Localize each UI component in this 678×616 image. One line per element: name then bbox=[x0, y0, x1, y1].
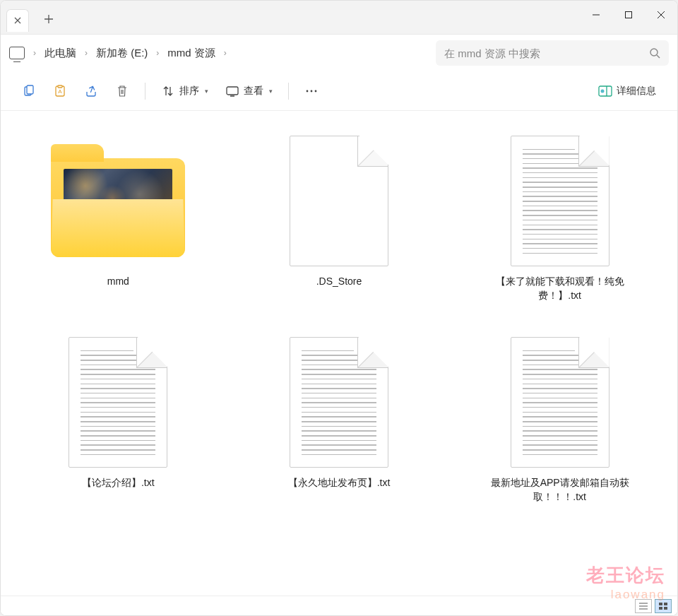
breadcrumb-item[interactable]: 新加卷 (E:) bbox=[90, 42, 153, 64]
close-tab-button[interactable] bbox=[6, 9, 29, 32]
item-label: 最新地址及APP请发邮箱自动获取！！！.txt bbox=[475, 476, 645, 504]
copy-icon bbox=[22, 84, 36, 98]
file-icon bbox=[290, 136, 388, 266]
new-tab-button[interactable] bbox=[35, 5, 63, 33]
sort-icon bbox=[161, 84, 175, 98]
svg-rect-15 bbox=[659, 607, 662, 610]
details-icon bbox=[598, 84, 612, 98]
item-label: 【来了就能下载和观看！纯免费！】.txt bbox=[475, 275, 645, 302]
svg-point-1 bbox=[650, 49, 658, 56]
more-button[interactable] bbox=[297, 78, 326, 104]
trash-icon bbox=[115, 84, 129, 98]
item-label: mmd bbox=[107, 275, 129, 289]
icons-view-toggle[interactable] bbox=[655, 599, 672, 613]
chevron-icon[interactable]: › bbox=[82, 48, 90, 58]
folder-icon bbox=[51, 144, 185, 257]
sort-label: 排序 bbox=[179, 85, 199, 97]
copy-button[interactable] bbox=[15, 78, 43, 104]
item-label: 【论坛介绍】.txt bbox=[82, 476, 155, 490]
folder-item[interactable]: mmd bbox=[15, 128, 222, 308]
close-window-button[interactable] bbox=[645, 1, 677, 29]
view-label: 查看 bbox=[244, 85, 263, 97]
svg-point-12 bbox=[601, 89, 605, 93]
svg-point-9 bbox=[311, 90, 313, 92]
item-label: .DS_Store bbox=[316, 275, 362, 289]
text-file-icon bbox=[69, 337, 167, 468]
file-item[interactable]: 最新地址及APP请发邮箱自动获取！！！.txt bbox=[456, 329, 663, 509]
more-icon bbox=[304, 84, 319, 98]
paste-button[interactable]: A bbox=[46, 78, 74, 104]
delete-button[interactable] bbox=[108, 78, 136, 104]
text-file-icon bbox=[290, 337, 388, 468]
file-item[interactable]: 【永久地址发布页】.txt bbox=[236, 329, 443, 509]
svg-point-8 bbox=[307, 90, 309, 92]
svg-rect-7 bbox=[227, 87, 238, 95]
svg-rect-14 bbox=[664, 603, 667, 605]
file-item[interactable]: 【论坛介绍】.txt bbox=[15, 329, 222, 509]
breadcrumb-item[interactable]: mmd 资源 bbox=[162, 42, 221, 64]
chevron-icon[interactable]: › bbox=[153, 48, 162, 58]
chevron-down-icon: ▾ bbox=[205, 88, 208, 95]
svg-rect-16 bbox=[664, 607, 667, 610]
svg-point-10 bbox=[315, 90, 317, 92]
item-label: 【永久地址发布页】.txt bbox=[288, 476, 391, 490]
share-button[interactable] bbox=[77, 78, 105, 104]
breadcrumb: › 此电脑 › 新加卷 (E:) › mmd 资源 › bbox=[30, 42, 430, 64]
chevron-icon[interactable]: › bbox=[221, 48, 230, 58]
view-button[interactable]: 查看 ▾ bbox=[218, 78, 280, 104]
file-item[interactable]: 【来了就能下载和观看！纯免费！】.txt bbox=[456, 128, 663, 308]
svg-rect-13 bbox=[659, 603, 662, 605]
maximize-button[interactable] bbox=[612, 1, 645, 29]
svg-rect-3 bbox=[27, 85, 33, 94]
paste-icon: A bbox=[53, 84, 67, 98]
search-box[interactable] bbox=[436, 40, 669, 66]
chevron-down-icon: ▾ bbox=[269, 88, 273, 95]
file-item[interactable]: .DS_Store bbox=[236, 128, 443, 308]
text-file-icon bbox=[511, 337, 609, 468]
search-icon bbox=[649, 47, 660, 59]
file-grid: mmd .DS_Store 【来了就能下载和观看！纯免费！】.txt 【论坛介绍 bbox=[1, 111, 677, 596]
chevron-icon[interactable]: › bbox=[30, 48, 39, 58]
view-icon bbox=[225, 84, 239, 98]
details-label: 详细信息 bbox=[617, 85, 656, 97]
minimize-button[interactable] bbox=[580, 1, 612, 29]
sort-button[interactable]: 排序 ▾ bbox=[154, 78, 215, 104]
search-input[interactable] bbox=[444, 47, 643, 59]
details-view-toggle[interactable] bbox=[635, 599, 652, 613]
text-file-icon bbox=[511, 136, 609, 266]
breadcrumb-item[interactable]: 此电脑 bbox=[39, 42, 82, 64]
svg-rect-5 bbox=[58, 85, 62, 88]
svg-text:A: A bbox=[58, 88, 62, 95]
details-pane-button[interactable]: 详细信息 bbox=[591, 78, 663, 104]
this-pc-icon bbox=[9, 47, 25, 59]
svg-rect-0 bbox=[626, 12, 632, 18]
share-icon bbox=[84, 84, 98, 98]
